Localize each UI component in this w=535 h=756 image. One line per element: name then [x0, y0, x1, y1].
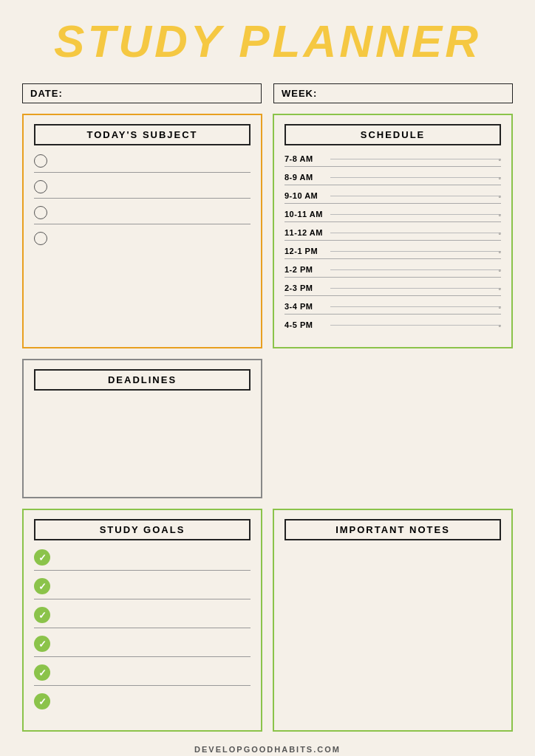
subject-line-4	[55, 238, 251, 239]
schedule-row: 7-8 AM	[284, 154, 501, 167]
goal-item: ✓	[34, 578, 251, 599]
time-label: 9-10 AM	[284, 191, 327, 200]
subject-line-2	[55, 187, 251, 188]
subject-item	[34, 206, 251, 224]
goal-line-3	[58, 615, 251, 616]
time-label: 7-8 AM	[284, 154, 327, 163]
schedule-line	[330, 159, 501, 159]
time-label: 2-3 PM	[284, 284, 327, 292]
study-goals-header: STUDY GOALS	[34, 519, 251, 540]
deadlines-content[interactable]	[34, 399, 251, 488]
date-field[interactable]: DATE:	[22, 83, 262, 103]
schedule-line	[330, 325, 501, 326]
check-icon-1[interactable]: ✓	[34, 549, 50, 566]
time-label: 10-11 AM	[284, 210, 327, 219]
schedule-header: SCHEDULE	[284, 124, 501, 145]
time-label: 1-2 PM	[284, 265, 327, 274]
circle-checkbox-1[interactable]	[34, 154, 47, 168]
schedule-line	[330, 214, 501, 215]
schedule-row: 9-10 AM	[284, 191, 501, 204]
today-subject-header: TODAY'S SUBJECT	[34, 124, 251, 145]
circle-checkbox-2[interactable]	[34, 180, 47, 193]
date-week-row: DATE: WEEK:	[22, 83, 513, 103]
week-field[interactable]: WEEK:	[273, 83, 513, 103]
time-label: 4-5 PM	[284, 320, 327, 329]
main-grid: TODAY'S SUBJECT SCHEDULE 7-8 AM 8-9 AM	[22, 114, 513, 498]
time-label: 12-1 PM	[284, 247, 327, 255]
time-label: 3-4 PM	[284, 302, 327, 311]
schedule-row: 2-3 PM	[284, 284, 501, 296]
important-notes-section: IMPORTANT NOTES	[273, 509, 513, 732]
goal-line-4	[58, 644, 251, 645]
time-label: 11-12 AM	[284, 228, 327, 237]
subject-line-3	[55, 213, 251, 213]
subject-item	[34, 154, 251, 173]
goal-line-1	[58, 557, 251, 558]
today-subject-section: TODAY'S SUBJECT	[22, 114, 262, 348]
study-goals-section: STUDY GOALS ✓ ✓ ✓ ✓ ✓ ✓	[22, 509, 262, 732]
goal-line-5	[58, 673, 251, 673]
goal-item: ✓	[34, 693, 251, 714]
important-notes-header: IMPORTANT NOTES	[284, 519, 501, 540]
check-icon-4[interactable]: ✓	[34, 636, 50, 652]
schedule-line	[330, 251, 501, 252]
schedule-row: 12-1 PM	[284, 247, 501, 259]
schedule-row: 11-12 AM	[284, 228, 501, 241]
schedule-line	[330, 233, 501, 233]
schedule-line	[330, 196, 501, 196]
schedule-line	[330, 269, 501, 270]
circle-checkbox-4[interactable]	[34, 232, 47, 245]
check-icon-3[interactable]: ✓	[34, 607, 50, 623]
goal-item: ✓	[34, 636, 251, 657]
schedule-row: 1-2 PM	[284, 265, 501, 278]
schedule-line	[330, 177, 501, 178]
subject-line-1	[55, 161, 251, 162]
goal-item: ✓	[34, 607, 251, 628]
schedule-row: 4-5 PM	[284, 320, 501, 332]
goal-line-6	[58, 701, 251, 702]
goal-item: ✓	[34, 664, 251, 686]
schedule-line	[330, 306, 501, 307]
goal-item: ✓	[34, 549, 251, 571]
deadlines-header: DEADLINES	[34, 369, 251, 391]
bottom-grid: STUDY GOALS ✓ ✓ ✓ ✓ ✓ ✓ IMPORTANT NOTES	[22, 509, 513, 732]
schedule-row: 3-4 PM	[284, 302, 501, 315]
footer: DEVELOPGOODHABITS.COM	[194, 745, 341, 754]
notes-content[interactable]	[284, 549, 501, 697]
check-icon-6[interactable]: ✓	[34, 693, 50, 709]
schedule-row: 10-11 AM	[284, 210, 501, 222]
goal-line-2	[58, 586, 251, 587]
schedule-section: SCHEDULE 7-8 AM 8-9 AM 9-10 AM 10-11 AM …	[273, 114, 513, 348]
subject-item	[34, 232, 251, 250]
time-label: 8-9 AM	[284, 173, 327, 182]
subject-item	[34, 180, 251, 199]
check-icon-2[interactable]: ✓	[34, 578, 50, 594]
schedule-row: 8-9 AM	[284, 173, 501, 185]
page-title: STUDY PLANNER	[54, 15, 481, 67]
deadlines-section: DEADLINES	[22, 359, 262, 498]
check-icon-5[interactable]: ✓	[34, 664, 50, 681]
circle-checkbox-3[interactable]	[34, 206, 47, 219]
schedule-line	[330, 288, 501, 289]
